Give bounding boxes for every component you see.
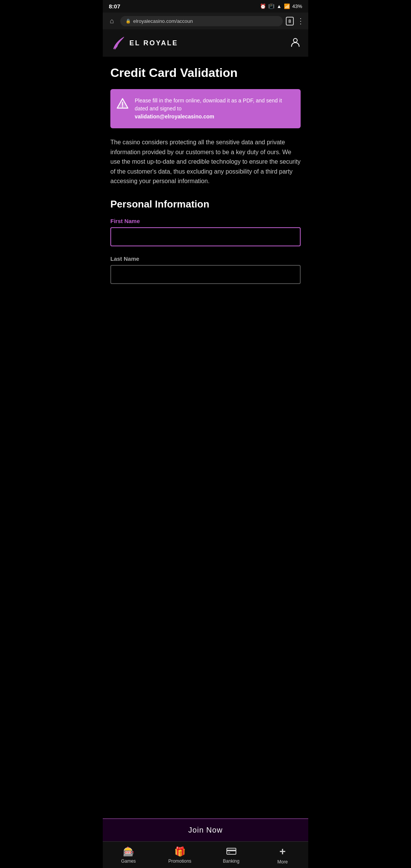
nav-item-more[interactable]: + More: [257, 842, 308, 868]
vibrate-icon: 📳: [268, 3, 274, 9]
page-title: Credit Card Validation: [110, 66, 301, 80]
promotions-icon: 🎁: [174, 846, 186, 857]
last-name-field-group: Last Name: [110, 255, 301, 284]
site-header: EL ROYALE: [103, 29, 308, 57]
status-bar: 8:07 ⏰ 📳 ▲ 📶 43%: [103, 0, 308, 13]
page-content: Credit Card Validation Please fill in th…: [103, 57, 308, 302]
first-name-input[interactable]: [110, 227, 301, 246]
alarm-icon: ⏰: [260, 3, 266, 9]
games-label: Games: [121, 858, 136, 864]
first-name-label: First Name: [110, 218, 301, 224]
wifi-icon: ▲: [277, 3, 282, 9]
personal-info-section-title: Personal Information: [110, 198, 301, 210]
browser-bar: ⌂ 🔒 elroyalecasino.com/accoun 8 ⋮: [103, 13, 308, 29]
join-now-button[interactable]: Join Now: [188, 826, 223, 834]
promotions-label: Promotions: [168, 858, 191, 864]
body-text: The casino considers protecting all the …: [110, 137, 301, 186]
browser-menu-button[interactable]: ⋮: [297, 16, 304, 26]
logo-feather-icon: [110, 35, 126, 51]
home-button[interactable]: ⌂: [107, 16, 117, 26]
user-account-button[interactable]: [290, 37, 301, 50]
first-name-field-group: First Name: [110, 218, 301, 246]
tabs-button[interactable]: 8: [286, 17, 294, 26]
alert-text: Please fill in the form online, download…: [135, 97, 295, 121]
warning-icon: [116, 97, 129, 112]
more-icon: +: [279, 846, 285, 858]
email-link[interactable]: validation@elroyalecasino.com: [135, 113, 214, 120]
last-name-input[interactable]: [110, 265, 301, 284]
logo-text: EL ROYALE: [129, 39, 178, 47]
status-icons: ⏰ 📳 ▲ 📶 43%: [260, 3, 302, 9]
join-now-banner: Join Now: [103, 819, 308, 841]
svg-rect-4: [227, 850, 236, 851]
svg-point-2: [122, 106, 123, 107]
signal-icon: 📶: [284, 3, 290, 9]
url-text: elroyalecasino.com/accoun: [133, 18, 193, 24]
nav-item-games[interactable]: 🎰 Games: [103, 842, 154, 868]
nav-item-banking[interactable]: Banking: [206, 842, 257, 868]
alert-banner: Please fill in the form online, download…: [110, 89, 301, 128]
banking-icon: [226, 846, 236, 857]
bottom-nav: 🎰 Games 🎁 Promotions Banking + More: [103, 841, 308, 868]
banking-label: Banking: [223, 858, 239, 864]
lock-icon: 🔒: [126, 19, 131, 24]
last-name-label: Last Name: [110, 255, 301, 262]
main-content: EL ROYALE Credit Card Validation Please …: [103, 29, 308, 348]
status-time: 8:07: [109, 3, 120, 10]
svg-point-0: [293, 38, 297, 42]
games-icon: 🎰: [123, 846, 134, 857]
more-label: More: [277, 859, 288, 865]
logo-area: EL ROYALE: [110, 35, 178, 51]
nav-item-promotions[interactable]: 🎁 Promotions: [154, 842, 206, 868]
url-bar[interactable]: 🔒 elroyalecasino.com/accoun: [120, 16, 283, 26]
battery-level: 43%: [292, 3, 302, 9]
